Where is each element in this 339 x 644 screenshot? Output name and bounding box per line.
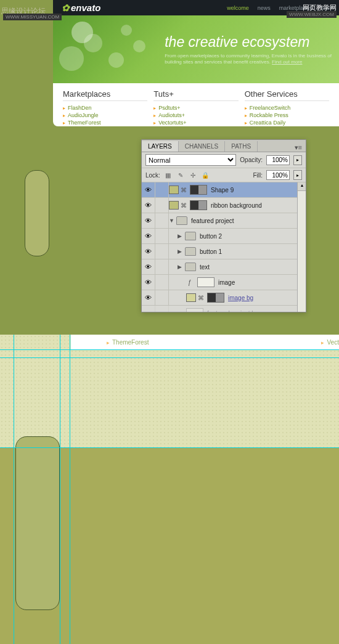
visibility-toggle[interactable]: 👁	[142, 275, 155, 290]
link-themeforest[interactable]: ThemeForest	[63, 119, 147, 126]
fill-label: Fill:	[253, 172, 263, 179]
link-vectortuts[interactable]: Vectortuts+	[153, 119, 238, 126]
opacity-flyout[interactable]: ▸	[293, 155, 302, 165]
fx-icon: ƒ	[188, 279, 195, 286]
disclosure-arrow[interactable]: ▶	[178, 264, 185, 270]
link-psdtuts[interactable]: Psdtuts+	[153, 104, 238, 112]
envato-preview: envato welcome news marketplaces tuts+ t…	[53, 0, 339, 126]
visibility-toggle[interactable]: 👁	[142, 244, 155, 259]
tab-paths[interactable]: PATHS	[225, 141, 258, 152]
envato-logo: envato	[62, 2, 100, 14]
disclosure-arrow[interactable]: ▶	[178, 248, 185, 255]
panel-tabs: LAYERS CHANNELS PATHS ▾≡	[142, 140, 306, 152]
guide-vertical[interactable]	[14, 335, 14, 644]
lock-row: Lock: ▦ ✎ ✢ 🔒 Fill: ▸	[142, 168, 306, 182]
guide-vertical[interactable]	[60, 335, 60, 644]
guide-horizontal[interactable]	[0, 349, 339, 350]
layer-image[interactable]: 👁 ƒ image	[142, 275, 306, 290]
layer-featured-bg[interactable]: featured project bg	[142, 306, 306, 312]
layer-ribbon-bg[interactable]: 👁 ⌘ ribbon background	[142, 198, 306, 213]
envato-banner: the creative ecosystem From open marketp…	[53, 15, 339, 83]
blend-row: Normal Opacity: ▸	[142, 152, 306, 168]
link-freelanceswitch[interactable]: FreelanceSwitch	[245, 104, 329, 112]
link-icon: ⌘	[198, 295, 205, 301]
visibility-toggle[interactable]: 👁	[142, 198, 155, 213]
shape-preview-2	[15, 436, 60, 610]
layer-group-button2[interactable]: 👁 ▶ button 2	[142, 229, 306, 244]
col-tuts: Tuts+ Psdtuts+ Audiotuts+ Vectortuts+	[153, 89, 238, 126]
lock-transparency-icon[interactable]: ▦	[164, 171, 173, 179]
tab-channels[interactable]: CHANNELS	[179, 141, 225, 152]
panel-menu-icon[interactable]: ▾≡	[291, 144, 306, 152]
vector-mask	[207, 293, 224, 303]
vector-mask	[190, 200, 207, 210]
layers-scrollbar[interactable]: ▴	[297, 182, 306, 312]
blend-mode-select[interactable]: Normal	[145, 154, 236, 166]
lock-all-icon[interactable]: 🔒	[201, 171, 210, 179]
nav-welcome[interactable]: welcome	[227, 5, 249, 11]
disclosure-arrow[interactable]: ▶	[178, 233, 185, 239]
disclosure-arrow[interactable]: ▼	[169, 218, 176, 224]
lock-label: Lock:	[145, 172, 160, 179]
opacity-label: Opacity:	[240, 157, 263, 163]
banner-subtitle: From open marketplaces to community lear…	[165, 53, 332, 66]
watermark-right-url: WWW.WEBJX.COM	[287, 11, 337, 18]
lock-brush-icon[interactable]: ✎	[176, 171, 185, 179]
color-swatch	[169, 185, 179, 194]
link-creattica[interactable]: Creattica Daily	[245, 119, 329, 126]
find-out-more-link[interactable]: Find out more	[272, 59, 302, 65]
layer-group-button1[interactable]: 👁 ▶ button 1	[142, 244, 306, 259]
visibility-toggle[interactable]	[142, 306, 155, 312]
layer-thumbnail	[186, 308, 203, 312]
link-vectort[interactable]: Vectort	[321, 339, 339, 346]
folder-icon	[185, 263, 196, 271]
folder-icon	[176, 216, 187, 225]
canvas-light-area	[0, 335, 339, 447]
folder-icon	[185, 247, 196, 256]
visibility-toggle[interactable]: 👁	[142, 290, 155, 306]
link-rockable[interactable]: Rockable Press	[245, 112, 329, 119]
guide-vertical[interactable]	[70, 335, 70, 644]
visibility-toggle[interactable]: 👁	[142, 259, 155, 275]
color-swatch	[169, 201, 179, 210]
layer-shape9[interactable]: 👁 ⌘ Shape 9	[142, 182, 306, 198]
layers-panel: LAYERS CHANNELS PATHS ▾≡ Normal Opacity:…	[141, 139, 306, 312]
vector-mask	[190, 185, 207, 195]
layer-group-text[interactable]: 👁 ▶ text	[142, 259, 306, 275]
link-audiojungle[interactable]: AudioJungle	[63, 112, 147, 119]
layer-image-bg[interactable]: 👁 ⌘ image bg	[142, 290, 306, 306]
layer-group-featured[interactable]: 👁 ▼ featured project	[142, 213, 306, 229]
fill-flyout[interactable]: ▸	[293, 170, 302, 180]
tab-layers[interactable]: LAYERS	[142, 141, 179, 152]
visibility-toggle[interactable]: 👁	[142, 182, 155, 198]
opacity-input[interactable]	[266, 155, 290, 165]
banner-title: the creative ecosystem	[165, 34, 332, 51]
envato-columns: Marketplaces FlashDen AudioJungle ThemeF…	[53, 83, 339, 126]
link-icon: ⌘	[181, 187, 188, 194]
col-other: Other Services FreelanceSwitch Rockable …	[245, 89, 329, 126]
visibility-toggle[interactable]: 👁	[142, 229, 155, 244]
link-themeforest-2[interactable]: ThemeForest	[107, 339, 149, 346]
link-flashden[interactable]: FlashDen	[63, 104, 147, 112]
folder-icon	[185, 232, 196, 240]
layers-list: 👁 ⌘ Shape 9 👁 ⌘ ribbon background 👁 ▼ fe…	[142, 182, 306, 312]
link-icon: ⌘	[181, 202, 188, 209]
color-swatch	[186, 293, 196, 302]
fill-input[interactable]	[266, 170, 290, 180]
white-strip: ThemeForest Vectort	[71, 335, 339, 349]
watermark-left-url: WWW.MISSYUAN.COM	[3, 14, 62, 20]
lock-move-icon[interactable]: ✢	[189, 171, 197, 179]
layer-thumbnail	[197, 277, 214, 287]
scroll-up-icon[interactable]: ▴	[298, 182, 306, 191]
shape-preview-1	[25, 170, 49, 256]
guide-horizontal[interactable]	[0, 447, 339, 448]
guide-horizontal[interactable]	[0, 357, 339, 358]
link-audiotuts[interactable]: Audiotuts+	[153, 112, 238, 119]
visibility-toggle[interactable]: 👁	[142, 213, 155, 229]
col-marketplaces: Marketplaces FlashDen AudioJungle ThemeF…	[63, 89, 147, 126]
nav-news[interactable]: news	[258, 5, 271, 11]
